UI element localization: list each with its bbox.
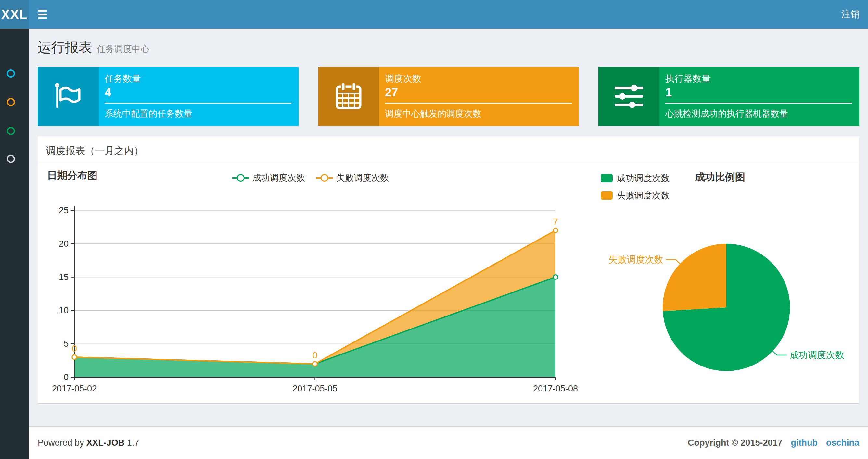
stat-card-title: 任务数量 [104,73,141,85]
svg-text:5: 5 [64,339,68,349]
page-subtitle: 任务调度中心 [97,43,149,55]
page-title: 运行报表 [38,38,92,57]
brand-name: XXL-JOB [86,438,124,448]
main-footer: Powered by XXL-JOB 1.7 Copyright © 2015-… [29,426,868,459]
circle-icon [7,127,15,135]
svg-text:0: 0 [64,372,68,382]
divider [385,103,572,103]
flag-icon [38,67,99,126]
circle-icon [7,69,15,77]
legend-label: 成功调度次数 [617,172,670,184]
legend-label: 失败调度次数 [617,190,670,201]
sidebar-item-3[interactable] [0,120,29,142]
github-link[interactable]: github [791,438,818,448]
swatch-icon [601,174,613,183]
stat-card-description: 系统中配置的任务数量 [104,108,192,120]
sidebar-item-1[interactable] [0,62,29,85]
success-ratio-pie-chart: 成功调度次数失败调度次数 [598,227,858,390]
divider [665,103,852,103]
divider [104,103,291,103]
stat-card-value: 27 [385,86,398,99]
stat-card-value: 1 [665,86,672,99]
svg-text:10: 10 [59,305,68,315]
sidebar [0,29,29,459]
logo-text: XXL [1,7,28,22]
svg-text:0: 0 [312,350,318,360]
stat-card-2: 调度次数 27 调度中心触发的调度次数 [318,67,579,126]
panel-title: 调度报表（一月之内） [46,144,144,158]
content-header: 运行报表 任务调度中心 [38,38,149,57]
stat-card-description: 调度中心触发的调度次数 [385,108,482,120]
sidebar-toggle-button[interactable] [32,0,52,29]
date-distribution-area-chart: 05101520252017-05-022017-05-052017-05-08… [42,162,588,409]
calendar-icon [318,67,379,126]
hamburger-icon [38,10,47,12]
sidebar-item-4[interactable] [0,147,29,170]
stat-card-1: 任务数量 4 系统中配置的任务数量 [38,67,299,126]
app-logo[interactable]: XXL [0,0,29,29]
svg-text:失败调度次数: 失败调度次数 [609,255,663,265]
oschina-link[interactable]: oschina [826,438,859,448]
copyright-text: Copyright © 2015-2017 [688,438,782,448]
report-panel: 调度报表（一月之内） 日期分布图 成功调度次数 失败调度次数 051015202… [38,136,859,403]
app-root: XXL 注销 运行报表 任务调度中心 任务数量 4 [0,0,868,459]
svg-text:2017-05-05: 2017-05-05 [292,384,337,393]
svg-text:7: 7 [553,217,558,227]
top-navbar: XXL 注销 [0,0,868,29]
circle-icon [7,98,15,106]
legend-item-fail[interactable]: 失败调度次数 [601,190,670,201]
powered-by-text: Powered by XXL-JOB 1.7 [38,438,139,448]
svg-text:25: 25 [59,205,68,215]
svg-text:20: 20 [59,239,68,249]
stat-card-title: 执行器数量 [665,73,711,85]
pie-chart-title: 成功比例图 [695,170,745,184]
stat-card-3: 执行器数量 1 心跳检测成功的执行器机器数量 [598,67,859,126]
svg-text:成功调度次数: 成功调度次数 [790,350,844,360]
stat-card-description: 心跳检测成功的执行器机器数量 [665,108,788,120]
pie-chart-legend: 成功调度次数 失败调度次数 [601,172,670,201]
panel-header: 调度报表（一月之内） [38,136,859,163]
swatch-icon [601,191,613,200]
svg-text:15: 15 [59,272,68,282]
circle-icon [7,155,15,163]
stat-card-title: 调度次数 [385,73,421,85]
stat-card-value: 4 [104,86,111,99]
legend-item-success[interactable]: 成功调度次数 [601,172,670,184]
logout-link[interactable]: 注销 [841,0,860,29]
svg-text:2017-05-08: 2017-05-08 [533,384,578,393]
svg-text:2017-05-02: 2017-05-02 [52,384,97,393]
sidebar-item-2[interactable] [0,91,29,113]
svg-text:0: 0 [72,343,77,354]
sliders-icon [598,67,659,126]
